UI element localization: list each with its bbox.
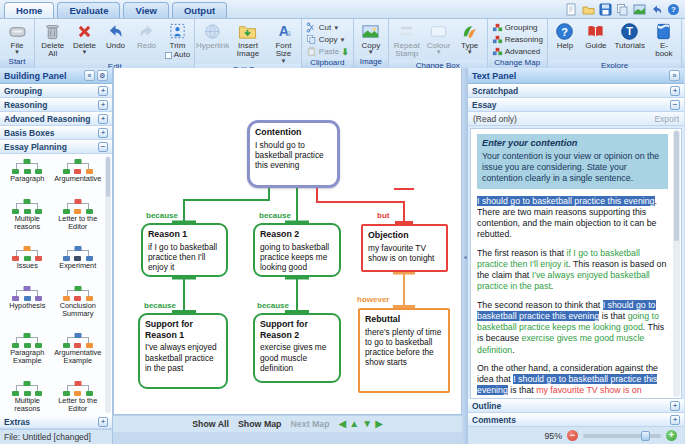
template-paragraph[interactable]: Paragraph [2, 159, 53, 183]
expand-icon[interactable]: + [98, 86, 108, 96]
repeat-stamp-button[interactable]: Repeat Stamp [391, 21, 423, 60]
zoom-value: 95% [544, 431, 562, 441]
section-extras[interactable]: Extras+ [0, 415, 112, 429]
tab-output[interactable]: Output [172, 2, 227, 18]
map-box-objection[interactable]: Objection my favourite TV show is on ton… [361, 224, 448, 272]
template-argumentative[interactable]: Argumentative [53, 159, 104, 183]
template-letter-editor[interactable]: Letter to the Editor [53, 199, 104, 231]
copy-button[interactable]: Copy▼ [304, 34, 351, 45]
zoom-slider-handle[interactable] [641, 431, 650, 441]
image-icon[interactable] [632, 2, 646, 16]
expand-icon[interactable]: + [98, 128, 108, 138]
template-issues[interactable]: Issues [2, 246, 53, 270]
reasoning-button[interactable]: Reasoning [490, 34, 545, 45]
advanced-button[interactable]: Advanced [490, 46, 545, 57]
undo-button[interactable]: Undo [100, 21, 130, 51]
expand-icon[interactable]: + [98, 100, 108, 110]
essay-scrollbar[interactable] [673, 130, 680, 397]
auto-checkbox[interactable] [165, 52, 172, 59]
expand-icon[interactable]: + [98, 417, 108, 427]
text-panel-title: Text Panel [472, 71, 516, 81]
map-box-reason2[interactable]: Reason 2 going to basketball practice ke… [253, 223, 341, 277]
hyperlink-globe-icon [203, 22, 222, 41]
help-icon[interactable]: ? [666, 2, 680, 16]
map-box-contention[interactable]: Contention I should go to basketball pra… [247, 120, 340, 188]
expand-icon[interactable]: + [670, 86, 680, 96]
ebook-button[interactable]: E-book [649, 21, 680, 60]
template-experiment[interactable]: Experiment [53, 246, 104, 270]
paste-down-arrow-icon[interactable]: ⬇ [341, 47, 349, 57]
new-file-icon[interactable] [564, 2, 578, 16]
map-box-support1[interactable]: Support for Reason 1 I've always enjoyed… [138, 313, 228, 389]
section-basis-boxes[interactable]: Basis Boxes+ [0, 126, 112, 140]
grouping-button[interactable]: Grouping [490, 22, 545, 33]
paste-button[interactable]: Paste⬇ [304, 46, 351, 57]
template-letter-editor-2[interactable]: Letter to the Editor [53, 381, 104, 413]
section-grouping[interactable]: Grouping+ [0, 84, 112, 98]
map-box-support2[interactable]: Support for Reason 2 exercise gives me g… [253, 313, 341, 383]
collapse-panel-icon[interactable]: » [669, 70, 680, 81]
undo-icon[interactable] [649, 2, 663, 16]
trim-button[interactable]: Trim Auto [162, 21, 192, 61]
copy-icon[interactable] [615, 2, 629, 16]
pan-up-icon[interactable]: ▲ [349, 419, 359, 429]
items-scrollbar[interactable] [105, 156, 111, 413]
tab-home[interactable]: Home [4, 2, 54, 18]
pan-right-icon[interactable]: ▶ [375, 419, 383, 429]
tree-icon [63, 381, 93, 396]
tab-evaluate[interactable]: Evaluate [57, 2, 120, 18]
expand-icon[interactable]: + [98, 114, 108, 124]
template-paragraph-example[interactable]: Paragraph Example [2, 333, 53, 365]
type-button[interactable]: Type▼ [455, 21, 485, 55]
zoom-out-button[interactable]: − [567, 430, 578, 441]
guide-button[interactable]: Guide [581, 21, 611, 51]
file-button[interactable]: File▼ [2, 21, 32, 55]
show-map-button[interactable]: Show Map [238, 419, 282, 429]
export-link[interactable]: Export [654, 114, 679, 124]
section-comments[interactable]: Comments+ [468, 413, 684, 427]
tab-view[interactable]: View [123, 2, 168, 18]
pan-left-icon[interactable]: ◀ [339, 419, 347, 429]
expand-icon[interactable]: + [670, 415, 680, 425]
cut-button[interactable]: Cut▼ [304, 22, 351, 33]
hyperlink-button[interactable]: Hyperlink [197, 21, 227, 51]
delete-button[interactable]: Delete▼ [69, 21, 99, 55]
collapse-icon[interactable]: − [670, 100, 680, 110]
connector-label-but: but [377, 211, 389, 220]
colour-button[interactable]: Colour▼ [424, 21, 454, 55]
section-scratchpad[interactable]: Scratchpad+ [468, 84, 684, 98]
template-argumentative-example[interactable]: Argumentative Example [53, 333, 104, 365]
pan-down-icon[interactable]: ▼ [362, 419, 372, 429]
zoom-slider[interactable] [583, 434, 661, 438]
save-icon[interactable] [598, 2, 612, 16]
image-copy-button[interactable]: Copy▼ [356, 21, 386, 55]
gear-icon[interactable]: ⚙ [97, 70, 108, 81]
delete-all-button[interactable]: Delete All [37, 21, 68, 60]
font-size-button[interactable]: Aa Font Size▼ [268, 21, 299, 64]
tutorials-button[interactable]: T Tutorials [612, 21, 648, 51]
collapse-icon[interactable]: − [98, 142, 108, 152]
template-multiple-reasons[interactable]: Multiple reasons [2, 199, 53, 231]
insert-image-button[interactable]: Insert Image [229, 21, 267, 60]
map-box-reason1[interactable]: Reason 1 if I go to basketball practice … [141, 223, 228, 277]
section-outline[interactable]: Outline+ [468, 399, 684, 413]
section-essay-planning[interactable]: Essay Planning− [0, 140, 112, 154]
collapse-panel-icon[interactable]: « [84, 70, 95, 81]
redo-icon [137, 22, 156, 41]
show-all-button[interactable]: Show All [192, 419, 229, 429]
map-canvas[interactable]: Contention I should go to basketball pra… [113, 68, 462, 415]
open-folder-icon[interactable] [581, 2, 595, 16]
template-multiple-reasons-2[interactable]: Multiple reasons [2, 381, 53, 413]
section-reasoning[interactable]: Reasoning+ [0, 98, 112, 112]
connector-label-because: because [146, 211, 178, 220]
section-advanced-reasoning[interactable]: Advanced Reasoning+ [0, 112, 112, 126]
redo-button[interactable]: Redo [131, 21, 161, 51]
template-conclusion-summary[interactable]: Conclusion Summary [53, 286, 104, 318]
help-button[interactable]: ? Help [550, 21, 580, 51]
template-hypothesis[interactable]: Hypothesis [2, 286, 53, 318]
next-map-button[interactable]: Next Map [291, 419, 330, 429]
map-box-rebuttal[interactable]: Rebuttal there's plenty of time to go to… [358, 308, 450, 393]
section-essay[interactable]: Essay− [468, 98, 684, 112]
zoom-in-button[interactable]: + [666, 430, 677, 441]
expand-icon[interactable]: + [670, 401, 680, 411]
